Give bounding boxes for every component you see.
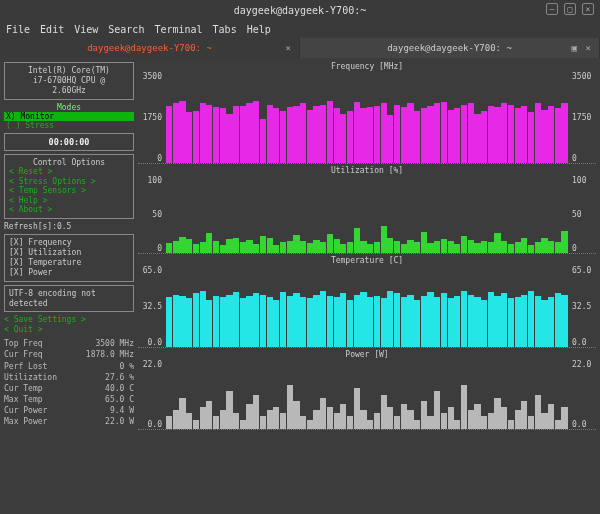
save-settings[interactable]: < Save Settings >: [4, 315, 134, 325]
bar: [213, 416, 219, 429]
bar: [320, 242, 326, 253]
bar: [561, 295, 567, 347]
bar: [394, 241, 400, 253]
tab-label: daygeek@daygeek-Y700: ~: [387, 43, 512, 53]
ctl-about[interactable]: < About >: [9, 205, 129, 215]
bar: [226, 239, 232, 253]
stat-row: Max Power22.0 W: [4, 416, 134, 427]
toggle-utilization[interactable]: [X] Utilization: [9, 248, 129, 258]
bar: [548, 106, 554, 163]
ctl-temp-sensors[interactable]: < Temp Sensors >: [9, 186, 129, 196]
mode-stress[interactable]: ( ) Stress: [4, 121, 134, 130]
menu-view[interactable]: View: [74, 24, 98, 35]
window-title: daygeek@daygeek-Y700:~: [234, 5, 366, 16]
bar: [360, 108, 366, 163]
toggle-temperature[interactable]: [X] Temperature: [9, 258, 129, 268]
bar: [280, 413, 286, 429]
bar: [260, 295, 266, 347]
bar: [347, 111, 353, 163]
bar: [240, 242, 246, 253]
bar: [320, 291, 326, 347]
window-close-icon[interactable]: ×: [582, 3, 594, 15]
bar: [374, 296, 380, 347]
chart-bars: [166, 176, 568, 253]
bar: [240, 420, 246, 429]
menu-file[interactable]: File: [6, 24, 30, 35]
bar: [401, 107, 407, 163]
bar: [193, 420, 199, 429]
bar: [313, 106, 319, 163]
bar: [246, 240, 252, 253]
bar: [334, 108, 340, 163]
menu-terminal[interactable]: Terminal: [154, 24, 202, 35]
ctl-reset[interactable]: < Reset >: [9, 167, 129, 177]
bar: [374, 242, 380, 253]
toggle-frequency[interactable]: [X] Frequency: [9, 238, 129, 248]
menu-help[interactable]: Help: [247, 24, 271, 35]
bar: [541, 110, 547, 163]
chart-bars: [166, 266, 568, 347]
bar: [280, 292, 286, 347]
bar: [267, 410, 273, 429]
ctl-help[interactable]: < Help >: [9, 196, 129, 206]
tab-bookmark-icon[interactable]: ▣: [572, 43, 577, 53]
bar: [501, 407, 507, 429]
bar: [213, 107, 219, 163]
bar: [528, 291, 534, 347]
bar: [293, 106, 299, 163]
bar: [548, 241, 554, 253]
chart-title: Utilization [%]: [138, 166, 596, 175]
bar: [226, 391, 232, 429]
chart-title: Temperature [C]: [138, 256, 596, 265]
bar: [381, 298, 387, 347]
tab-close-icon[interactable]: ×: [286, 43, 291, 53]
bar: [287, 296, 293, 347]
bar: [474, 297, 480, 347]
menu-bar: File Edit View Search Terminal Tabs Help: [0, 20, 600, 38]
tab-close-icon[interactable]: ×: [586, 43, 591, 53]
menu-search[interactable]: Search: [108, 24, 144, 35]
chart-bars: [166, 72, 568, 163]
bar: [528, 245, 534, 253]
bar: [220, 297, 226, 347]
bar: [300, 297, 306, 347]
bar: [327, 101, 333, 163]
bar: [515, 297, 521, 347]
bar: [548, 297, 554, 347]
bar: [494, 296, 500, 347]
ctl-stress-options[interactable]: < Stress Options >: [9, 177, 129, 187]
bar: [501, 103, 507, 163]
stat-row: Perf Lost0 %: [4, 361, 134, 372]
bar: [313, 410, 319, 429]
bar: [441, 102, 447, 163]
bar: [434, 391, 440, 429]
bar: [441, 293, 447, 347]
menu-edit[interactable]: Edit: [40, 24, 64, 35]
modes-section: Modes X) Monitor ( ) Stress: [4, 103, 134, 130]
bar: [561, 103, 567, 163]
bar: [427, 106, 433, 163]
bar: [360, 241, 366, 253]
menu-tabs[interactable]: Tabs: [213, 24, 237, 35]
window-minimize-icon[interactable]: –: [546, 3, 558, 15]
bar: [394, 293, 400, 347]
bar: [226, 114, 232, 163]
terminal-tab-1[interactable]: daygeek@daygeek-Y700: ~ ×: [0, 38, 300, 58]
bar: [521, 401, 527, 429]
chart-frequency: Frequency [MHz] 350017500 350017500: [138, 62, 596, 164]
toggle-power[interactable]: [X] Power: [9, 268, 129, 278]
bar: [206, 105, 212, 164]
bar: [253, 244, 259, 253]
bar: [340, 114, 346, 163]
quit[interactable]: < Quit >: [4, 325, 134, 335]
terminal-tab-2[interactable]: daygeek@daygeek-Y700: ~ ▣ ×: [300, 38, 600, 58]
bar: [488, 413, 494, 429]
y-axis-right: 65.032.50.0: [570, 266, 596, 347]
bar: [246, 296, 252, 347]
window-maximize-icon[interactable]: □: [564, 3, 576, 15]
mode-monitor[interactable]: X) Monitor: [4, 112, 134, 121]
bar: [468, 295, 474, 347]
bar: [240, 106, 246, 163]
bar: [233, 238, 239, 253]
bar: [561, 407, 567, 429]
